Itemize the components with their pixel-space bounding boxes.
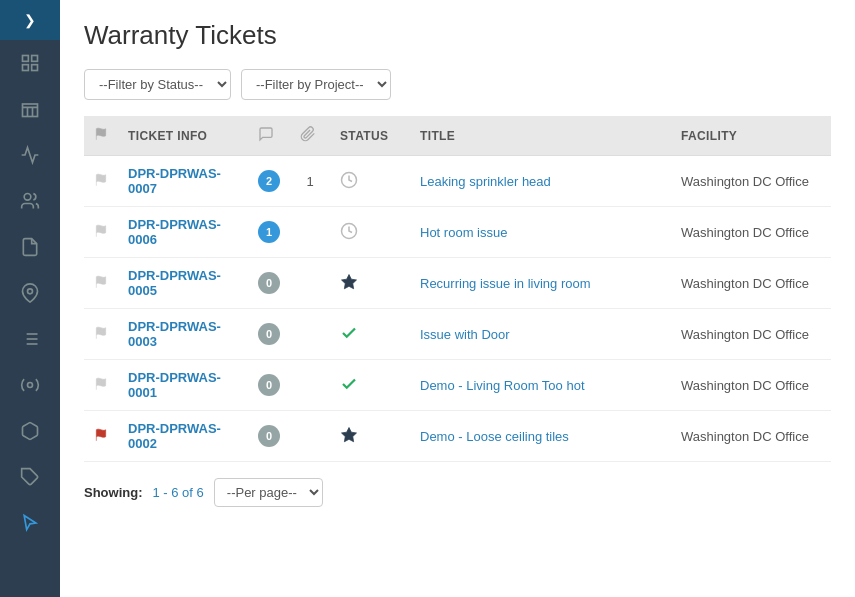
sidebar: ❯ <box>0 0 60 597</box>
sidebar-item-people[interactable] <box>0 178 60 224</box>
ticket-id-cell: DPR-DPRWAS-0006 <box>118 207 248 258</box>
facility-name: Washington DC Office <box>681 174 809 189</box>
star-icon <box>340 426 358 444</box>
facility-name: Washington DC Office <box>681 327 809 342</box>
svg-rect-1 <box>32 56 38 62</box>
ticket-id-link[interactable]: DPR-DPRWAS-0003 <box>128 319 221 349</box>
ticket-id-cell: DPR-DPRWAS-0005 <box>118 258 248 309</box>
table-row: DPR-DPRWAS-00061Hot room issueWashington… <box>84 207 831 258</box>
comments-cell[interactable]: 0 <box>248 309 290 360</box>
facility-name: Washington DC Office <box>681 276 809 291</box>
table-row: DPR-DPRWAS-00050Recurring issue in livin… <box>84 258 831 309</box>
comments-badge: 2 <box>258 170 280 192</box>
ticket-title-link[interactable]: Demo - Loose ceiling tiles <box>420 429 569 444</box>
ticket-title-link[interactable]: Hot room issue <box>420 225 507 240</box>
filter-project-select[interactable]: --Filter by Project-- <box>241 69 391 100</box>
title-cell: Demo - Loose ceiling tiles <box>410 411 671 462</box>
facility-cell: Washington DC Office <box>671 411 831 462</box>
svg-rect-3 <box>32 65 38 71</box>
sidebar-item-documents[interactable] <box>0 224 60 270</box>
filters-bar: --Filter by Status-- --Filter by Project… <box>84 69 831 100</box>
table-row: DPR-DPRWAS-00030Issue with DoorWashingto… <box>84 309 831 360</box>
facility-name: Washington DC Office <box>681 429 809 444</box>
th-flag <box>84 116 118 156</box>
status-cell <box>330 156 410 207</box>
facility-cell: Washington DC Office <box>671 207 831 258</box>
svg-rect-4 <box>23 104 38 117</box>
facility-cell: Washington DC Office <box>671 258 831 309</box>
th-status: STATUS <box>330 116 410 156</box>
ticket-id-link[interactable]: DPR-DPRWAS-0005 <box>128 268 221 298</box>
title-cell: Hot room issue <box>410 207 671 258</box>
flag-cell <box>84 309 118 360</box>
chevron-right-icon: ❯ <box>24 12 36 28</box>
ticket-id-cell: DPR-DPRWAS-0003 <box>118 309 248 360</box>
attachments-cell <box>290 411 330 462</box>
sidebar-item-buildings[interactable] <box>0 86 60 132</box>
comments-badge: 0 <box>258 272 280 294</box>
ticket-title-link[interactable]: Leaking sprinkler head <box>420 174 551 189</box>
status-cell <box>330 309 410 360</box>
facility-cell: Washington DC Office <box>671 360 831 411</box>
flag-cell <box>84 411 118 462</box>
main-content: Warranty Tickets --Filter by Status-- --… <box>60 0 855 597</box>
filter-status-select[interactable]: --Filter by Status-- <box>84 69 231 100</box>
table-header-row: TICKET INFO STATUS TITLE FACILITY <box>84 116 831 156</box>
svg-marker-25 <box>342 427 357 441</box>
flag-cell <box>84 360 118 411</box>
comments-cell[interactable]: 0 <box>248 360 290 411</box>
title-cell: Recurring issue in living room <box>410 258 671 309</box>
comments-cell[interactable]: 2 <box>248 156 290 207</box>
ticket-id-link[interactable]: DPR-DPRWAS-0002 <box>128 421 221 451</box>
th-attachments <box>290 116 330 156</box>
sidebar-toggle[interactable]: ❯ <box>0 0 60 40</box>
flag-cell <box>84 156 118 207</box>
ticket-title-link[interactable]: Demo - Living Room Too hot <box>420 378 585 393</box>
check-icon <box>340 375 358 393</box>
th-comments <box>248 116 290 156</box>
ticket-title-link[interactable]: Issue with Door <box>420 327 510 342</box>
ticket-id-link[interactable]: DPR-DPRWAS-0001 <box>128 370 221 400</box>
svg-marker-21 <box>342 274 357 288</box>
pagination-row: Showing: 1 - 6 of 6 --Per page-- 10 25 5… <box>84 478 831 507</box>
th-facility: FACILITY <box>671 116 831 156</box>
svg-point-5 <box>24 194 31 201</box>
sidebar-item-dashboard[interactable] <box>0 40 60 86</box>
sidebar-item-list[interactable] <box>0 316 60 362</box>
facility-name: Washington DC Office <box>681 378 809 393</box>
ticket-id-cell: DPR-DPRWAS-0001 <box>118 360 248 411</box>
table-row: DPR-DPRWAS-000721Leaking sprinkler headW… <box>84 156 831 207</box>
page-title: Warranty Tickets <box>84 20 831 51</box>
showing-label: Showing: <box>84 485 143 500</box>
ticket-id-link[interactable]: DPR-DPRWAS-0007 <box>128 166 221 196</box>
status-cell <box>330 258 410 309</box>
sidebar-item-location[interactable] <box>0 270 60 316</box>
showing-range: 1 - 6 of 6 <box>153 485 204 500</box>
ticket-title-link[interactable]: Recurring issue in living room <box>420 276 591 291</box>
sidebar-item-box[interactable] <box>0 408 60 454</box>
sidebar-item-analytics[interactable] <box>0 132 60 178</box>
clock-icon <box>340 171 358 189</box>
facility-name: Washington DC Office <box>681 225 809 240</box>
ticket-table: TICKET INFO STATUS TITLE FACILITY DPR-DP… <box>84 116 831 462</box>
flag-cell <box>84 207 118 258</box>
ticket-id-cell: DPR-DPRWAS-0002 <box>118 411 248 462</box>
sidebar-item-pointer[interactable] <box>0 500 60 546</box>
clock-icon <box>340 222 358 240</box>
facility-cell: Washington DC Office <box>671 309 831 360</box>
title-cell: Demo - Living Room Too hot <box>410 360 671 411</box>
per-page-select[interactable]: --Per page-- 10 25 50 <box>214 478 323 507</box>
sidebar-item-tags[interactable] <box>0 454 60 500</box>
sidebar-item-integrations[interactable] <box>0 362 60 408</box>
table-row: DPR-DPRWAS-00020Demo - Loose ceiling til… <box>84 411 831 462</box>
svg-rect-2 <box>23 65 29 71</box>
ticket-id-link[interactable]: DPR-DPRWAS-0006 <box>128 217 221 247</box>
facility-cell: Washington DC Office <box>671 156 831 207</box>
svg-rect-0 <box>23 56 29 62</box>
comments-cell[interactable]: 0 <box>248 258 290 309</box>
comments-cell[interactable]: 0 <box>248 411 290 462</box>
comments-cell[interactable]: 1 <box>248 207 290 258</box>
status-cell <box>330 360 410 411</box>
attachments-cell: 1 <box>290 156 330 207</box>
attachments-cell <box>290 309 330 360</box>
